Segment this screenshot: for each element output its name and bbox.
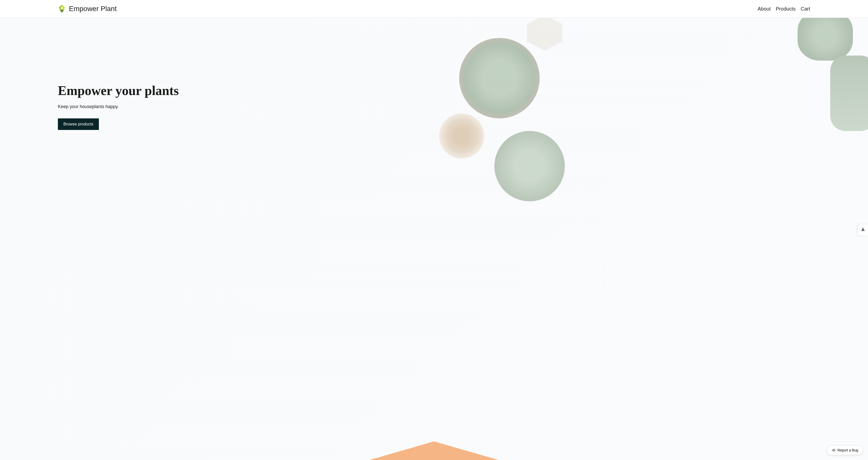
nav-links: About Products Cart <box>757 6 810 12</box>
navbar: Empower Plant About Products Cart <box>0 0 868 18</box>
plant-decoration <box>527 18 562 51</box>
plant-decoration <box>830 56 868 131</box>
decorative-triangle <box>369 441 499 460</box>
nav-cart[interactable]: Cart <box>801 6 810 12</box>
plant-decoration <box>798 18 853 61</box>
hero-background-plants <box>434 18 868 460</box>
hero-subtitle: Keep your houseplants happy. <box>58 104 179 109</box>
hero-section: Empower your plants Keep your houseplant… <box>0 18 868 460</box>
side-widget-button[interactable] <box>858 225 868 235</box>
plant-decoration <box>459 38 540 119</box>
hero-content: Empower your plants Keep your houseplant… <box>58 83 179 130</box>
report-bug-label: Report a Bug <box>838 448 859 452</box>
browse-products-button[interactable]: Browse products <box>58 119 99 130</box>
nav-products[interactable]: Products <box>776 6 796 12</box>
report-bug-button[interactable]: Report a Bug <box>827 446 863 455</box>
logo-link[interactable]: Empower Plant <box>58 4 117 13</box>
plant-decoration <box>494 131 565 201</box>
hero-title: Empower your plants <box>58 83 179 98</box>
megaphone-icon <box>832 448 836 452</box>
brand-name: Empower Plant <box>69 5 117 13</box>
nav-about[interactable]: About <box>757 6 771 12</box>
sentry-icon <box>861 227 865 233</box>
brand-logo-icon <box>58 4 66 13</box>
plant-decoration <box>439 113 484 159</box>
